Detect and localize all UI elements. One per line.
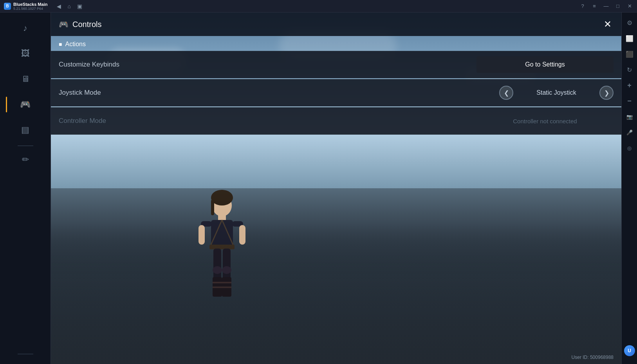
controls-icon: 🎮 xyxy=(20,99,31,110)
right-sidebar-item-nav[interactable]: ◎ xyxy=(623,142,636,154)
joystick-prev-button[interactable]: ❮ xyxy=(499,86,513,100)
svg-rect-10 xyxy=(213,249,221,280)
tools-icon: ✏ xyxy=(22,155,29,165)
right-sidebar-item-rotate[interactable]: ↻ xyxy=(623,63,636,76)
svg-rect-17 xyxy=(213,287,222,288)
svg-rect-11 xyxy=(223,249,231,280)
svg-rect-5 xyxy=(209,245,235,249)
road-overlay xyxy=(51,223,621,364)
svg-rect-4 xyxy=(211,220,233,247)
joystick-row: Joystick Mode ❮ Static Joystick ❯ xyxy=(51,79,621,106)
actions-section: ■ Actions Customize Keybinds Go to Setti… xyxy=(51,36,621,135)
minimize-button[interactable]: — xyxy=(601,1,612,12)
go-to-settings-button[interactable]: Go to Settings xyxy=(476,56,614,73)
svg-point-1 xyxy=(211,190,233,205)
svg-rect-8 xyxy=(198,225,205,245)
right-sidebar-item-voldown[interactable]: − xyxy=(623,95,636,107)
app-title-group: BlueStacks Main 5.21.560.1027 P64 xyxy=(13,2,47,11)
bluestacks-logo-icon: B xyxy=(4,3,11,10)
svg-rect-19 xyxy=(222,287,231,288)
svg-rect-16 xyxy=(213,282,222,283)
sidebar-divider-bottom xyxy=(18,354,33,354)
right-sidebar-item-mic[interactable]: 🎤 xyxy=(623,126,636,139)
maximize-button[interactable]: □ xyxy=(612,1,623,12)
window-controls: ? ≡ — □ ✕ xyxy=(577,1,637,12)
svg-rect-18 xyxy=(222,282,231,283)
controls-header: 🎮 Controls ✕ xyxy=(51,13,621,36)
keybinds-row: Customize Keybinds Go to Settings xyxy=(51,51,621,78)
right-sidebar-item-camera[interactable]: 📷 xyxy=(623,110,636,123)
help-button[interactable]: ? xyxy=(577,1,588,12)
actions-label-icon: ■ xyxy=(59,41,62,47)
svg-rect-2 xyxy=(211,200,214,215)
controller-row: Controller Mode Controller not connected xyxy=(51,107,621,135)
sidebar-item-messages[interactable]: ▤ xyxy=(12,118,39,142)
game-character xyxy=(183,188,261,344)
joystick-next-button[interactable]: ❯ xyxy=(599,86,614,100)
sidebar-item-tools[interactable]: ✏ xyxy=(12,148,39,171)
sidebar-item-controls[interactable]: 🎮 xyxy=(12,93,39,116)
music-icon: ♪ xyxy=(23,23,27,33)
controls-close-button[interactable]: ✕ xyxy=(602,17,614,32)
app-name: BlueStacks Main xyxy=(13,2,47,7)
right-sidebar-item-screen1[interactable]: ⬜ xyxy=(623,32,636,45)
menu-button[interactable]: ≡ xyxy=(589,1,600,12)
sidebar-item-display[interactable]: 🖥 xyxy=(12,67,39,91)
gallery-icon: 🖼 xyxy=(21,49,30,59)
right-sidebar-item-screen2[interactable]: ⬛ xyxy=(623,48,636,60)
actions-label-text: Actions xyxy=(65,41,85,48)
display-icon: 🖥 xyxy=(21,74,30,84)
sidebar-item-gallery[interactable]: 🖼 xyxy=(12,42,39,65)
joystick-value: Static Joystick xyxy=(517,89,595,96)
messages-icon: ▤ xyxy=(21,125,29,135)
home-button[interactable]: ⌂ xyxy=(66,2,72,10)
joystick-label: Joystick Mode xyxy=(59,89,499,97)
title-bar: B BlueStacks Main 5.21.560.1027 P64 ◀ ⌂ … xyxy=(0,0,637,13)
titlebar-nav: ◀ ⌂ ▣ xyxy=(55,2,83,10)
svg-point-13 xyxy=(222,266,231,274)
left-sidebar: ♪ 🖼 🖥 🎮 ▤ ✏ xyxy=(0,13,51,364)
keybinds-label: Customize Keybinds xyxy=(59,61,476,68)
window-button[interactable]: ▣ xyxy=(76,2,84,10)
close-button[interactable]: ✕ xyxy=(624,1,635,12)
sidebar-divider xyxy=(18,146,33,146)
controls-title: Controls xyxy=(72,20,101,29)
sidebar-item-music[interactable]: ♪ xyxy=(12,16,39,40)
right-sidebar-item-volup[interactable]: + xyxy=(623,79,636,92)
controller-label: Controller Mode xyxy=(59,117,476,125)
right-sidebar-item-settings[interactable]: ⚙ xyxy=(623,16,636,29)
svg-point-12 xyxy=(213,266,222,274)
back-button[interactable]: ◀ xyxy=(55,2,63,10)
right-sidebar: ⚙ ⬜ ⬛ ↻ + − 📷 🎤 ◎ U xyxy=(621,13,637,364)
actions-label-row: ■ Actions xyxy=(51,36,621,51)
joystick-control: ❮ Static Joystick ❯ xyxy=(499,86,614,100)
user-avatar[interactable]: U xyxy=(624,345,635,356)
app-version: 5.21.560.1027 P64 xyxy=(13,7,47,11)
controls-title-icon: 🎮 xyxy=(59,20,69,29)
svg-rect-9 xyxy=(239,225,245,245)
controller-status: Controller not connected xyxy=(476,118,614,124)
active-indicator xyxy=(6,97,7,112)
app-logo: B BlueStacks Main 5.21.560.1027 P64 xyxy=(0,2,51,11)
